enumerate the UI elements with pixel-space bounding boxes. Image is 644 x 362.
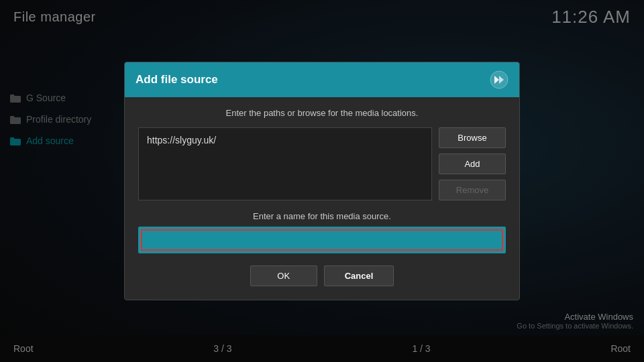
kodi-logo-icon [490,70,508,89]
name-input[interactable] [141,229,503,251]
ok-button[interactable]: OK [250,265,317,286]
name-label: Enter a name for this media source. [138,211,506,221]
remove-button[interactable]: Remove [439,180,506,200]
name-section: Enter a name for this media source. [138,211,506,253]
dialog-title: Add file source [136,73,218,86]
browse-button[interactable]: Browse [439,127,506,148]
add-file-source-dialog: Add file source Enter the paths or brows… [124,62,520,300]
dialog-body: Enter the paths or browse for the media … [125,97,519,300]
paths-list: https://slyguy.uk/ [138,127,432,200]
add-button[interactable]: Add [439,154,506,174]
cancel-button[interactable]: Cancel [324,265,394,286]
modal-overlay: Add file source Enter the paths or brows… [0,0,644,362]
path-entry: https://slyguy.uk/ [147,135,423,145]
name-input-wrapper [138,227,506,253]
paths-buttons: Browse Add Remove [439,127,506,200]
dialog-header: Add file source [125,62,519,97]
dialog-description: Enter the paths or browse for the media … [138,108,506,118]
paths-area: https://slyguy.uk/ Browse Add Remove [138,127,506,200]
dialog-footer: OK Cancel [138,263,506,286]
